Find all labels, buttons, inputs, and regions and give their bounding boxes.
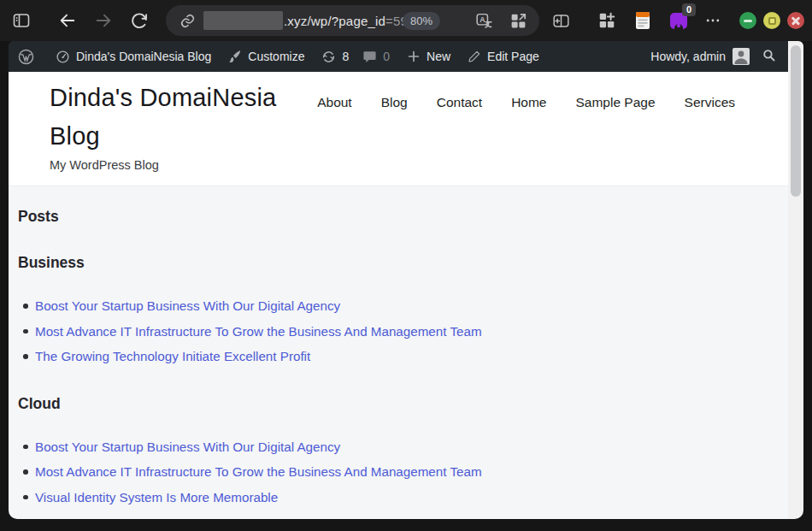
comments-menu[interactable]: 0 bbox=[362, 50, 390, 64]
url-text: .xyz/wp/?page_id=59 bbox=[284, 14, 408, 28]
url-domain-redacted bbox=[203, 11, 283, 30]
post-link[interactable]: Boost Your Startup Business With Our Dig… bbox=[35, 298, 340, 313]
nav-item-sample-page[interactable]: Sample Page bbox=[576, 95, 656, 110]
wp-logo-menu[interactable] bbox=[17, 48, 35, 66]
back-button[interactable] bbox=[56, 9, 79, 32]
purple-extension-icon[interactable]: 0 bbox=[668, 9, 690, 32]
search-icon[interactable] bbox=[762, 48, 776, 65]
dashboard-gauge-icon bbox=[56, 50, 70, 64]
reload-button[interactable] bbox=[128, 9, 150, 32]
nav-item-blog[interactable]: Blog bbox=[381, 95, 408, 110]
post-link[interactable]: The Growing Technology Initiate Excellen… bbox=[35, 349, 310, 363]
plus-icon bbox=[407, 50, 421, 63]
post-link[interactable]: Most Advance IT Infrastructure To Grow t… bbox=[35, 324, 482, 339]
comments-icon bbox=[362, 50, 377, 64]
new-menu[interactable]: New bbox=[407, 50, 450, 63]
zoom-level-badge[interactable]: 80% bbox=[403, 12, 440, 30]
sidebar-toggle-icon[interactable] bbox=[10, 9, 32, 32]
page-viewport: Dinda's DomaiNesia Blog Customize bbox=[9, 41, 803, 519]
extension-count-badge: 0 bbox=[682, 3, 696, 16]
howdy-label[interactable]: Howdy, admin bbox=[650, 50, 726, 63]
post-link[interactable]: Boost Your Startup Business With Our Dig… bbox=[35, 440, 340, 454]
wordpress-logo-icon bbox=[17, 48, 35, 66]
updates-count: 8 bbox=[342, 50, 349, 63]
updates-menu[interactable]: 8 bbox=[321, 50, 349, 64]
posts-heading: Posts bbox=[18, 208, 771, 225]
list-item: Boost Your Startup Business With Our Dig… bbox=[18, 298, 771, 314]
cloud-post-list: Boost Your Startup Business With Our Dig… bbox=[18, 440, 771, 505]
paintbrush-icon bbox=[228, 50, 242, 63]
list-item: Most Advance IT Infrastructure To Grow t… bbox=[18, 464, 771, 480]
minimize-button[interactable] bbox=[739, 12, 756, 29]
list-item: Boost Your Startup Business With Our Dig… bbox=[18, 440, 771, 455]
post-link[interactable]: Visual Identity System Is More Memorable bbox=[35, 490, 278, 504]
svg-text:A: A bbox=[480, 15, 485, 24]
page-scrollbar[interactable] bbox=[788, 41, 803, 519]
edit-page-menu[interactable]: Edit Page bbox=[468, 50, 539, 63]
business-post-list: Boost Your Startup Business With Our Dig… bbox=[18, 298, 771, 364]
page-content: Posts Business Boost Your Startup Busine… bbox=[9, 186, 788, 519]
document-extension-icon[interactable] bbox=[632, 9, 654, 32]
extensions-icon[interactable] bbox=[596, 9, 618, 32]
new-label: New bbox=[427, 50, 450, 63]
list-item: The Growing Technology Initiate Excellen… bbox=[18, 349, 771, 364]
site-name-label: Dinda's DomaiNesia Blog bbox=[76, 50, 211, 63]
customize-menu[interactable]: Customize bbox=[228, 50, 304, 63]
scrollbar-thumb[interactable] bbox=[791, 45, 801, 197]
site-header: Dinda's DomaiNesia Blog My WordPress Blo… bbox=[9, 72, 788, 186]
forward-button[interactable] bbox=[92, 9, 115, 32]
pencil-icon bbox=[468, 50, 481, 63]
category-heading-cloud: Cloud bbox=[18, 395, 771, 412]
nav-item-home[interactable]: Home bbox=[511, 95, 546, 110]
updates-icon bbox=[321, 50, 336, 64]
open-in-app-grid-icon[interactable] bbox=[507, 9, 529, 32]
customize-label: Customize bbox=[248, 50, 304, 63]
site-title[interactable]: Dinda's DomaiNesia Blog bbox=[50, 79, 306, 156]
translate-icon[interactable]: A bbox=[473, 9, 495, 32]
site-nav: About Blog Contact Home Sample Page Serv… bbox=[317, 95, 735, 110]
nav-item-contact[interactable]: Contact bbox=[437, 95, 482, 110]
nav-item-services[interactable]: Services bbox=[685, 95, 735, 110]
address-bar[interactable]: .xyz/wp/?page_id=59 80% A bbox=[166, 5, 539, 36]
site-name-menu[interactable]: Dinda's DomaiNesia Blog bbox=[56, 50, 211, 64]
link-icon bbox=[176, 9, 198, 32]
list-item: Most Advance IT Infrastructure To Grow t… bbox=[18, 324, 771, 339]
comments-count: 0 bbox=[383, 50, 390, 63]
browser-toolbar: .xyz/wp/?page_id=59 80% A bbox=[0, 0, 812, 41]
site-tagline: My WordPress Blog bbox=[50, 158, 788, 172]
edit-page-label: Edit Page bbox=[487, 50, 539, 63]
split-screen-icon[interactable] bbox=[550, 9, 572, 32]
list-item: Visual Identity System Is More Memorable bbox=[18, 490, 771, 505]
nav-item-about[interactable]: About bbox=[317, 95, 352, 110]
close-button[interactable] bbox=[787, 12, 804, 29]
category-heading-business: Business bbox=[18, 254, 771, 271]
maximize-button[interactable] bbox=[763, 12, 780, 29]
browser-menu-icon[interactable] bbox=[702, 9, 724, 32]
wp-admin-bar: Dinda's DomaiNesia Blog Customize bbox=[9, 41, 788, 72]
avatar[interactable] bbox=[733, 48, 750, 65]
window-controls bbox=[739, 12, 804, 29]
post-link[interactable]: Most Advance IT Infrastructure To Grow t… bbox=[35, 464, 482, 479]
